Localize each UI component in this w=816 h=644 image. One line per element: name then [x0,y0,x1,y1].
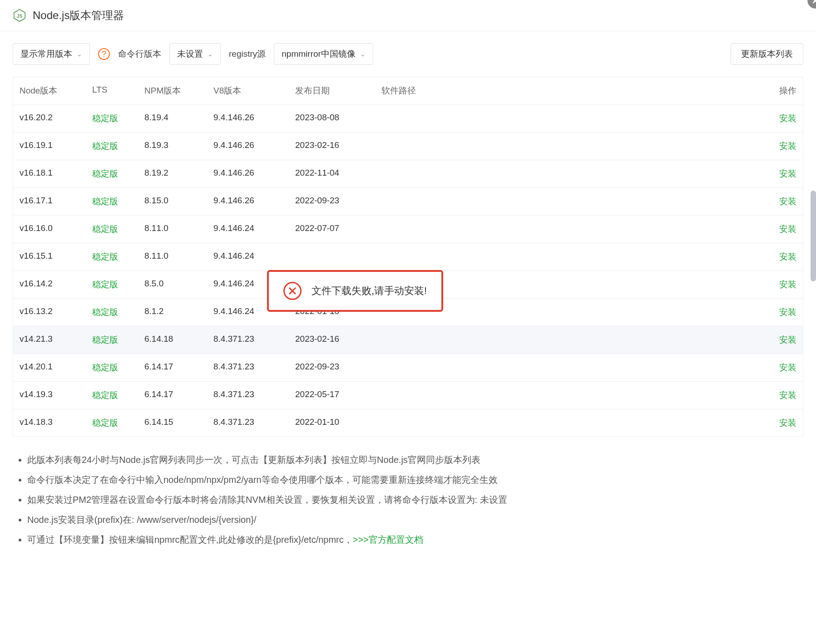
install-button[interactable]: 安装 [779,197,796,206]
cell-lts: 稳定版 [86,271,138,298]
table-header: Node版本 LTS NPM版本 V8版本 发布日期 软件路径 操作 [13,77,803,105]
table-row[interactable]: v14.19.3稳定版6.14.178.4.371.232022-05-17安装 [13,382,803,409]
cell-npm-version: 8.11.0 [138,243,207,270]
cell-v8-version: 8.4.371.23 [207,354,289,381]
cell-path [375,382,767,409]
cell-npm-version: 8.11.0 [138,216,207,243]
table-row[interactable]: v16.18.1稳定版8.19.29.4.146.262022-11-04安装 [13,160,803,188]
cell-node-version: v16.19.1 [13,133,86,160]
cell-lts: 稳定版 [86,354,138,381]
cell-lts: 稳定版 [86,326,138,354]
cell-lts: 稳定版 [86,160,138,187]
col-header-node: Node版本 [13,77,86,104]
scrollbar-thumb[interactable] [811,191,816,281]
cell-release-date: 2022-09-23 [289,354,375,381]
install-button[interactable]: 安装 [779,252,796,261]
col-header-action: 操作 [767,77,803,104]
note-item: 此版本列表每24小时与Node.js官网列表同步一次，可点击【更新版本列表】按钮… [27,450,801,470]
cell-lts: 稳定版 [86,105,138,132]
cell-v8-version: 8.4.371.23 [207,382,289,409]
notes-section: 此版本列表每24小时与Node.js官网列表同步一次，可点击【更新版本列表】按钮… [0,437,816,562]
table-row[interactable]: v14.21.3稳定版6.14.188.4.371.232023-02-16安装 [13,326,803,354]
cell-path [375,160,767,187]
cell-v8-version: 9.4.146.26 [207,188,289,215]
table-row[interactable]: v16.15.1稳定版8.11.09.4.146.24安装 [13,243,803,271]
cell-path [375,105,767,132]
cell-npm-version: 6.14.18 [138,326,207,354]
close-icon [811,0,816,5]
cell-node-version: v14.19.3 [13,382,86,409]
error-icon [283,282,302,300]
page-title: Node.js版本管理器 [33,8,124,23]
table-row[interactable]: v16.20.2稳定版8.19.49.4.146.262023-08-08安装 [13,105,803,133]
cell-npm-version: 8.19.3 [138,133,207,160]
install-button[interactable]: 安装 [779,280,796,289]
cli-version-dropdown[interactable]: 未设置 ⌄ [169,43,221,65]
install-button[interactable]: 安装 [779,363,796,372]
cell-node-version: v14.20.1 [13,354,86,381]
cell-lts: 稳定版 [86,243,138,270]
note-item: 命令行版本决定了在命令行中输入node/npm/npx/pm2/yarn等命令使… [27,470,801,490]
col-header-v8: V8版本 [207,77,289,104]
table-row[interactable]: v16.16.0稳定版8.11.09.4.146.242022-07-07安装 [13,216,803,243]
col-header-npm: NPM版本 [138,77,207,104]
cell-node-version: v16.17.1 [13,188,86,215]
cell-node-version: v16.13.2 [13,299,86,326]
cell-release-date: 2023-08-08 [289,105,375,132]
cell-v8-version: 9.4.146.24 [207,216,289,243]
install-button[interactable]: 安装 [779,307,796,317]
table-row[interactable]: v14.20.1稳定版6.14.178.4.371.232022-09-23安装 [13,354,803,382]
toolbar: 显示常用版本 ⌄ ? 命令行版本 未设置 ⌄ registry源 npmmirr… [0,31,816,77]
cell-release-date: 2022-07-07 [289,216,375,243]
cell-node-version: v16.20.2 [13,105,86,132]
header: JS Node.js版本管理器 [0,0,816,31]
cli-version-label: 命令行版本 [118,48,161,60]
cell-v8-version: 9.4.146.26 [207,105,289,132]
chevron-down-icon: ⌄ [77,50,82,58]
cell-node-version: v16.15.1 [13,243,86,270]
cell-path [375,188,767,215]
cell-release-date: 2023-02-16 [289,326,375,354]
install-button[interactable]: 安装 [779,169,796,178]
version-filter-dropdown[interactable]: 显示常用版本 ⌄ [13,43,90,65]
cell-path [375,326,767,354]
col-header-path: 软件路径 [375,77,767,104]
install-button[interactable]: 安装 [779,224,796,234]
version-filter-label: 显示常用版本 [20,48,72,60]
install-button[interactable]: 安装 [779,335,796,344]
table-row[interactable]: v16.17.1稳定版8.15.09.4.146.262022-09-23安装 [13,188,803,216]
install-button[interactable]: 安装 [779,113,796,123]
cell-release-date: 2023-02-16 [289,133,375,160]
cell-release-date: 2022-11-04 [289,160,375,187]
version-table: Node版本 LTS NPM版本 V8版本 发布日期 软件路径 操作 v16.2… [13,77,803,437]
cell-v8-version: 9.4.146.26 [207,160,289,187]
scrollbar[interactable] [811,64,816,449]
install-button[interactable]: 安装 [779,390,796,400]
cell-path [375,409,767,437]
note-item: Node.js安装目录(prefix)在: /www/server/nodejs… [27,510,801,530]
install-button[interactable]: 安装 [779,418,796,428]
note-item: 可通过【环境变量】按钮来编辑npmrc配置文件,此处修改的是{prefix}/e… [27,530,801,550]
registry-dropdown[interactable]: npmmirror中国镜像 ⌄ [274,43,373,65]
error-text: 文件下载失败,请手动安装! [312,284,427,298]
cell-release-date: 2022-05-17 [289,382,375,409]
cell-v8-version: 8.4.371.23 [207,409,289,437]
update-list-button[interactable]: 更新版本列表 [731,43,803,65]
cell-path [375,243,767,270]
cell-node-version: v16.14.2 [13,271,86,298]
note-text: 可通过【环境变量】按钮来编辑npmrc配置文件,此处修改的是{prefix}/e… [27,535,353,545]
cell-lts: 稳定版 [86,133,138,160]
help-icon[interactable]: ? [98,48,110,60]
install-button[interactable]: 安装 [779,141,796,151]
cell-path [375,133,767,160]
cell-lts: 稳定版 [86,299,138,326]
table-row[interactable]: v16.19.1稳定版8.19.39.4.146.262023-02-16安装 [13,133,803,160]
cell-node-version: v14.21.3 [13,326,86,354]
cell-npm-version: 6.14.17 [138,382,207,409]
cell-npm-version: 6.14.15 [138,409,207,437]
docs-link[interactable]: >>>官方配置文档 [353,535,423,545]
cell-release-date [289,243,375,270]
cell-npm-version: 8.5.0 [138,271,207,298]
col-header-lts: LTS [86,77,138,104]
table-row[interactable]: v14.18.3稳定版6.14.158.4.371.232022-01-10安装 [13,409,803,437]
